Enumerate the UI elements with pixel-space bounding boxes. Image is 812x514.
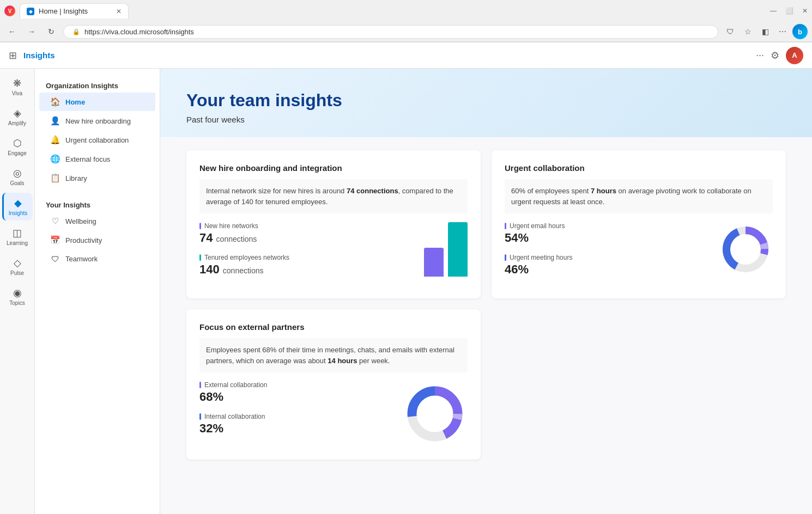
rail-item-viva[interactable]: ❋ Viva	[2, 73, 33, 101]
rail-item-learning[interactable]: ◫ Learning	[2, 223, 33, 250]
urgent-meeting-label: Urgent meeting hours	[505, 254, 696, 261]
sidebar-item-teamwork[interactable]: 🛡 Teamwork	[39, 250, 155, 268]
sidebar-item-productivity[interactable]: 📅 Productivity	[39, 231, 155, 249]
address-bar[interactable]: 🔒 https://viva.cloud.microsoft/insights	[63, 25, 718, 39]
close-window-btn[interactable]: ✕	[802, 7, 808, 15]
user-avatar[interactable]: A	[786, 47, 803, 64]
internal-collab-label: Internal collaboration	[199, 413, 380, 420]
header-more-btn[interactable]: ···	[756, 50, 764, 61]
rail-item-insights[interactable]: ◆ Insights	[2, 193, 33, 221]
main-content: Your team insights Past four weeks New h…	[160, 69, 812, 514]
rail-item-topics[interactable]: ◉ Topics	[2, 283, 33, 310]
sidebar: Organization Insights 🏠 Home 👤 New hire …	[35, 69, 160, 514]
viva-icon: ❋	[13, 77, 21, 89]
goals-icon: ◎	[13, 167, 22, 179]
wellbeing-icon: ♡	[50, 216, 60, 226]
new-hire-color-bar	[199, 223, 201, 229]
rail-item-engage[interactable]: ⬡ Engage	[2, 133, 33, 161]
main-header: Your team insights Past four weeks	[160, 69, 812, 137]
urgent-meeting-color-bar	[505, 254, 506, 261]
home-icon: 🏠	[50, 97, 60, 107]
sidebar-item-library[interactable]: 📋 Library	[39, 169, 155, 187]
main-body: New hire onboarding and integration Inte…	[160, 137, 812, 473]
sidebar-item-library-label: Library	[65, 174, 87, 182]
urgent-meeting-metric: Urgent meeting hours 46%	[505, 254, 696, 277]
urgent-collab-metric-list: Urgent email hours 54% Urgent meeting ho…	[505, 222, 696, 285]
external-partners-donut-svg	[402, 381, 468, 446]
window-controls: — ⬜ ✕	[770, 7, 808, 15]
back-button[interactable]: ←	[4, 24, 20, 39]
browser-titlebar: V ◆ Home | Insights ✕ — ⬜ ✕	[0, 0, 812, 22]
sidebar-item-home[interactable]: 🏠 Home	[39, 93, 155, 111]
tab-title: Home | Insights	[39, 7, 88, 15]
insights-icon: ◆	[14, 197, 22, 209]
shield-icon[interactable]: 🛡	[723, 24, 738, 39]
rail-item-amplify[interactable]: ◈ Amplify	[2, 103, 33, 131]
lock-icon: 🔒	[72, 28, 80, 35]
sidebar-item-home-label: Home	[65, 98, 85, 106]
learning-icon: ◫	[13, 227, 22, 239]
rail-item-pulse[interactable]: ◇ Pulse	[2, 253, 33, 280]
external-partners-card-title: Focus on external partners	[199, 322, 468, 332]
app-shell: ❋ Viva ◈ Amplify ⬡ Engage ◎ Goals ◆ Insi…	[0, 69, 812, 514]
sidebar-item-teamwork-label: Teamwork	[65, 255, 98, 263]
pulse-label: Pulse	[10, 270, 24, 276]
sidebar-item-wellbeing[interactable]: ♡ Wellbeing	[39, 212, 155, 230]
browser-chrome: V ◆ Home | Insights ✕ — ⬜ ✕ ← → ↻ 🔒 http…	[0, 0, 812, 42]
viva-label: Viva	[12, 90, 22, 96]
topics-label: Topics	[9, 300, 25, 306]
external-partners-metric-list: External collaboration 68% Internal coll…	[199, 381, 380, 444]
urgent-collab-donut-svg	[718, 222, 773, 277]
main-header-title: Your team insights	[186, 90, 786, 111]
external-collab-color-bar	[199, 382, 201, 388]
engage-label: Engage	[8, 150, 26, 156]
amplify-label: Amplify	[8, 120, 26, 126]
goals-label: Goals	[10, 180, 24, 186]
sidebar-item-urgent-collab[interactable]: 🔔 Urgent collaboration	[39, 131, 155, 149]
sidebar-divider	[35, 188, 160, 197]
urgent-meeting-value: 46%	[505, 262, 696, 277]
app-header: ⊞ Insights ··· ⚙ A	[0, 42, 812, 69]
sidebar-item-new-hire[interactable]: 👤 New hire onboarding	[39, 112, 155, 130]
productivity-icon: 📅	[50, 235, 60, 245]
app-title: Insights	[23, 51, 55, 60]
new-hire-card-description: Internal network size for new hires is a…	[199, 179, 468, 213]
new-hire-card-metrics: New hire networks 74 connections Tenured…	[199, 222, 468, 285]
maximize-btn[interactable]: ⬜	[785, 7, 793, 15]
tab-close-btn[interactable]: ✕	[116, 8, 122, 15]
more-icon[interactable]: ⋯	[775, 24, 790, 39]
external-partners-donut	[402, 381, 468, 446]
external-partners-card-metrics: External collaboration 68% Internal coll…	[199, 381, 468, 446]
rail-item-goals[interactable]: ◎ Goals	[2, 163, 33, 191]
bing-button[interactable]: b	[792, 24, 808, 39]
cards-grid: New hire onboarding and integration Inte…	[186, 150, 786, 460]
urgent-collab-icon: 🔔	[50, 135, 60, 145]
new-hire-metric-2-label: Tenured employees networks	[199, 254, 402, 261]
urgent-collab-card-description: 60% of employees spent 7 hours on averag…	[505, 179, 773, 213]
forward-button[interactable]: →	[24, 24, 39, 39]
header-right-actions: ··· ⚙ A	[756, 47, 803, 64]
bar-new-hire	[424, 248, 444, 277]
learning-label: Learning	[7, 240, 28, 246]
engage-icon: ⬡	[13, 137, 22, 149]
internal-collab-value: 32%	[199, 421, 380, 436]
minimize-btn[interactable]: —	[770, 7, 777, 15]
external-focus-icon: 🌐	[50, 154, 60, 164]
new-hire-card-title: New hire onboarding and integration	[199, 163, 468, 173]
collections-icon[interactable]: ◧	[758, 24, 773, 39]
urgent-collab-card-title: Urgent collaboration	[505, 163, 773, 173]
internal-collab-color-bar	[199, 413, 201, 420]
sidebar-item-external-focus[interactable]: 🌐 External focus	[39, 150, 155, 168]
settings-btn[interactable]: ⚙	[771, 50, 779, 62]
star-icon[interactable]: ☆	[740, 24, 755, 39]
new-hire-metric-1-value: 74 connections	[199, 231, 402, 245]
browser-app-icon: V	[4, 5, 15, 16]
external-partners-card-description: Employees spent 68% of their time in mee…	[199, 338, 468, 372]
refresh-button[interactable]: ↻	[44, 24, 59, 39]
new-hire-metric-2: Tenured employees networks 140 connectio…	[199, 254, 402, 277]
pulse-icon: ◇	[14, 257, 21, 269]
new-hire-metric-2-value: 140 connections	[199, 262, 402, 277]
grid-icon[interactable]: ⊞	[9, 50, 17, 62]
browser-tab[interactable]: ◆ Home | Insights ✕	[20, 3, 129, 19]
new-hire-metric-1-label: New hire networks	[199, 222, 402, 230]
